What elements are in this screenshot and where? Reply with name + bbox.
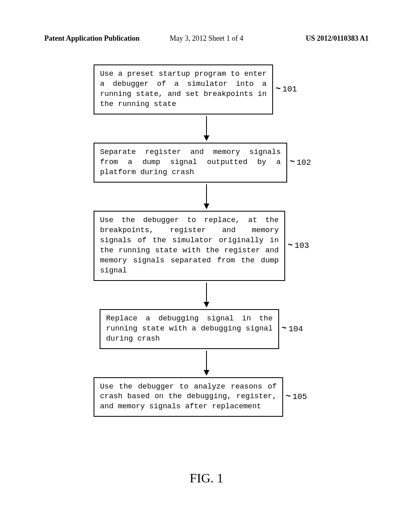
step-label: 103: [294, 241, 309, 250]
step-box: Use a preset startup program to enter a …: [94, 64, 273, 114]
curve-icon: ~: [290, 156, 295, 169]
step-label-wrapper: ~ 101: [275, 85, 297, 94]
flowchart-step: Use a preset startup program to enter a …: [94, 64, 319, 114]
step-label-wrapper: ~ 102: [290, 158, 311, 167]
step-label-wrapper: ~ 104: [282, 324, 303, 334]
curve-icon: ~: [282, 322, 287, 336]
flowchart-step: Separate register and memory signals fro…: [94, 143, 319, 183]
step-box: Replace a debugging signal in the runnin…: [100, 309, 279, 349]
step-box: Separate register and memory signals fro…: [94, 143, 287, 183]
step-label-wrapper: ~ 103: [288, 241, 309, 250]
header-publication: Patent Application Publication: [44, 34, 140, 43]
curve-icon: ~: [286, 390, 291, 403]
arrow-down-icon: [204, 351, 209, 376]
arrow-down-icon: [204, 116, 209, 141]
arrow-down-icon: [204, 283, 209, 308]
step-box: Use the debugger to replace, at the brea…: [94, 211, 285, 281]
step-label: 101: [282, 85, 297, 94]
header-date-sheet: May 3, 2012 Sheet 1 of 4: [170, 34, 243, 43]
flowchart-step: Replace a debugging signal in the runnin…: [94, 309, 319, 349]
arrow-down-icon: [204, 184, 209, 209]
step-label: 102: [296, 158, 311, 167]
flowchart-diagram: Use a preset startup program to enter a …: [94, 64, 319, 417]
figure-caption: FIG. 1: [190, 471, 223, 486]
step-box: Use the debugger to analyze reasons of c…: [94, 377, 283, 417]
header-patent-number: US 2012/0110383 A1: [306, 34, 369, 43]
flowchart-step: Use the debugger to analyze reasons of c…: [94, 377, 319, 417]
curve-icon: ~: [288, 239, 293, 252]
step-label-wrapper: ~ 105: [286, 392, 307, 401]
step-label: 104: [288, 324, 303, 334]
page-header: Patent Application Publication May 3, 20…: [0, 34, 413, 43]
curve-icon: ~: [275, 83, 281, 96]
flowchart-step: Use the debugger to replace, at the brea…: [94, 211, 319, 281]
step-label: 105: [292, 392, 307, 401]
